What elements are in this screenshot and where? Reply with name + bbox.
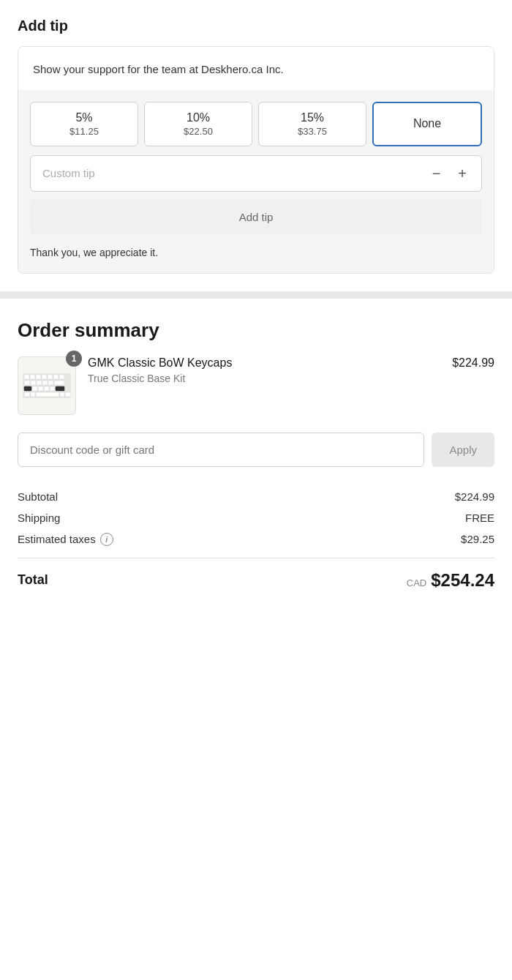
- discount-row: Apply: [18, 433, 494, 467]
- order-summary-title: Order summary: [18, 319, 494, 342]
- svg-rect-5: [48, 375, 53, 379]
- product-row: 1 GMK Classic BoW Keycaps True Classic B…: [18, 356, 494, 415]
- total-value-wrap: CAD $254.24: [407, 570, 494, 591]
- tip-option-5pct[interactable]: 5% $11.25: [30, 102, 138, 146]
- custom-tip-placeholder: Custom tip: [42, 167, 429, 179]
- tip-15pct-percent: 15%: [265, 111, 360, 124]
- svg-rect-6: [53, 375, 59, 379]
- custom-tip-controls: − +: [429, 166, 470, 181]
- totals-section: Subtotal $224.99 Shipping FREE Estimated…: [18, 485, 494, 591]
- subtotal-row: Subtotal $224.99: [18, 490, 494, 503]
- svg-rect-20: [24, 392, 30, 397]
- order-summary-section: Order summary: [0, 299, 512, 608]
- apply-button[interactable]: Apply: [432, 433, 494, 467]
- custom-tip-increment[interactable]: +: [455, 166, 470, 181]
- product-image-svg: [21, 367, 72, 404]
- tip-5pct-percent: 5%: [37, 111, 132, 124]
- svg-rect-17: [44, 386, 49, 391]
- svg-rect-22: [36, 392, 59, 397]
- tip-5pct-amount: $11.25: [37, 126, 132, 137]
- tip-none-label: None: [380, 117, 475, 130]
- product-name: GMK Classic BoW Keycaps: [88, 356, 440, 370]
- shipping-label: Shipping: [18, 512, 60, 524]
- svg-rect-15: [32, 386, 37, 391]
- tip-option-15pct[interactable]: 15% $33.75: [258, 102, 366, 146]
- svg-rect-12: [48, 381, 53, 385]
- total-label: Total: [18, 572, 48, 588]
- svg-rect-16: [38, 386, 43, 391]
- custom-tip-decrement[interactable]: −: [429, 166, 444, 181]
- discount-code-input[interactable]: [18, 433, 424, 467]
- svg-rect-10: [37, 381, 42, 385]
- add-tip-button[interactable]: Add tip: [30, 199, 482, 235]
- svg-rect-2: [30, 375, 35, 379]
- tip-card: Show your support for the team at Deskhe…: [18, 46, 494, 274]
- tip-option-none[interactable]: None: [372, 102, 482, 146]
- product-variant: True Classic Base Kit: [88, 373, 440, 384]
- svg-rect-7: [59, 375, 64, 379]
- taxes-row: Estimated taxes i $29.25: [18, 533, 494, 546]
- svg-rect-23: [60, 392, 64, 397]
- product-image-wrap: 1: [18, 356, 76, 415]
- tip-options-area: 5% $11.25 10% $22.50 15% $33.75 None Cus…: [18, 90, 494, 273]
- svg-rect-4: [42, 375, 47, 379]
- svg-rect-24: [65, 392, 71, 397]
- add-tip-title: Add tip: [18, 18, 494, 34]
- svg-rect-18: [50, 386, 55, 391]
- total-row: Total CAD $254.24: [18, 558, 494, 591]
- product-price: $224.99: [452, 356, 494, 370]
- tip-10pct-percent: 10%: [151, 111, 246, 124]
- svg-rect-8: [24, 381, 30, 385]
- add-tip-section: Add tip Show your support for the team a…: [0, 0, 512, 274]
- taxes-value: $29.25: [461, 533, 494, 545]
- subtotal-label: Subtotal: [18, 490, 58, 503]
- svg-rect-9: [31, 381, 36, 385]
- tip-15pct-amount: $33.75: [265, 126, 360, 137]
- total-currency: CAD: [407, 577, 426, 588]
- tip-buttons-row: 5% $11.25 10% $22.50 15% $33.75 None: [30, 102, 482, 146]
- svg-rect-1: [24, 375, 29, 379]
- subtotal-value: $224.99: [455, 490, 494, 503]
- svg-rect-3: [36, 375, 41, 379]
- svg-rect-14: [24, 386, 31, 391]
- total-value: $254.24: [431, 570, 494, 591]
- taxes-label-wrap: Estimated taxes i: [18, 533, 113, 546]
- svg-rect-19: [56, 386, 64, 391]
- svg-rect-21: [31, 392, 35, 397]
- custom-tip-row: Custom tip − +: [30, 155, 482, 192]
- product-image: [18, 356, 76, 415]
- tip-option-10pct[interactable]: 10% $22.50: [144, 102, 252, 146]
- tip-10pct-amount: $22.50: [151, 126, 246, 137]
- tip-support-text: Show your support for the team at Deskhe…: [18, 47, 494, 90]
- taxes-info-icon[interactable]: i: [100, 533, 113, 546]
- shipping-value: FREE: [465, 512, 494, 524]
- svg-rect-13: [54, 381, 64, 385]
- svg-rect-11: [42, 381, 48, 385]
- taxes-label: Estimated taxes: [18, 533, 96, 545]
- product-details: GMK Classic BoW Keycaps True Classic Bas…: [88, 356, 440, 384]
- shipping-row: Shipping FREE: [18, 512, 494, 524]
- tip-thank-you-text: Thank you, we appreciate it.: [30, 236, 482, 261]
- section-divider: [0, 291, 512, 299]
- product-quantity-badge: 1: [66, 351, 82, 367]
